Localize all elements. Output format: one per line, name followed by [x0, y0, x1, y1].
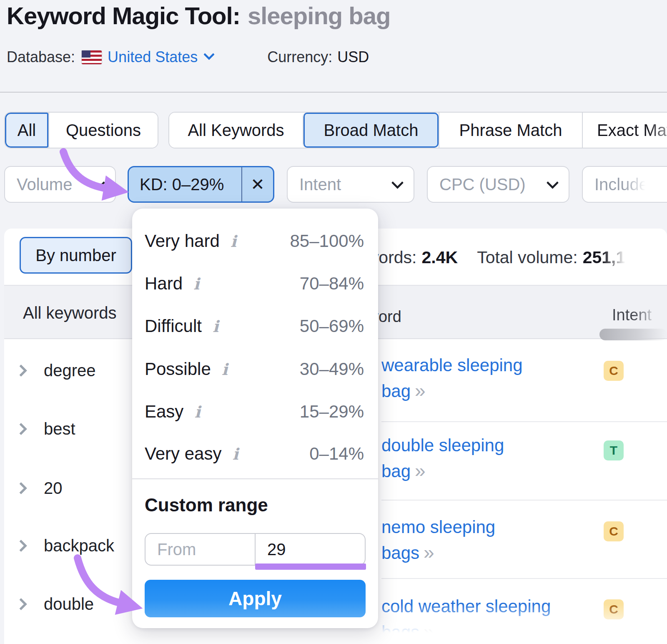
keyword-link[interactable]: nemo sleeping bags — [381, 517, 495, 563]
keyword-link[interactable]: double sleeping bag — [381, 435, 504, 481]
chevron-down-icon — [203, 49, 215, 60]
database-row: Database: United States Currency: USD — [7, 48, 369, 66]
kd-filter-chip[interactable]: KD: 0–29% ✕ — [128, 166, 274, 203]
database-select[interactable]: United States — [108, 48, 213, 66]
tab-phrase-match[interactable]: Phrase Match — [439, 113, 582, 148]
intent-badge: C — [604, 599, 624, 619]
intent-column-header: Intent — [612, 306, 652, 324]
custom-range-heading: Custom range — [145, 495, 268, 516]
row-divider — [381, 500, 667, 501]
sidebar-item-label: best — [44, 420, 75, 438]
tab-all-keywords[interactable]: All Keywords — [169, 113, 303, 148]
page-title-label: Keyword Magic Tool: — [7, 2, 240, 29]
cpc-filter[interactable]: CPC (USD) — [427, 166, 569, 203]
kd-option-range: 70–84% — [300, 274, 364, 294]
database-value: United States — [108, 48, 198, 66]
input-highlight-underline — [255, 564, 366, 570]
kd-option-label: Difficult — [145, 316, 202, 336]
tab-broad-match[interactable]: Broad Match — [303, 113, 439, 148]
info-icon[interactable]: i — [193, 274, 199, 293]
kd-filter-label: KD: 0–29% — [129, 175, 224, 194]
page-title: Keyword Magic Tool:sleeping bag — [7, 2, 390, 30]
chevron-right-icon — [15, 598, 28, 611]
keywords-stat-value: 2.4K — [422, 248, 458, 267]
chevron-right-icon — [15, 423, 28, 435]
from-field-cell — [145, 534, 255, 565]
row-divider — [381, 421, 667, 422]
by-number-button[interactable]: By number — [20, 237, 132, 274]
chevron-down-icon — [93, 176, 105, 189]
keyword-link[interactable]: wearable sleeping bag — [381, 355, 523, 401]
kd-option-very-easy[interactable]: Very easy i 0–14% — [145, 443, 364, 464]
tab-exact-match[interactable]: Exact Match — [582, 113, 667, 148]
sidebar-item-label: 20 — [44, 479, 63, 498]
intent-badge: C — [604, 521, 624, 541]
kd-option-hard[interactable]: Hard i 70–84% — [145, 273, 364, 294]
volume-filter[interactable]: Volume — [4, 166, 116, 203]
kd-option-easy[interactable]: Easy i 15–29% — [145, 401, 364, 422]
dropdown-divider — [132, 478, 378, 479]
kd-option-difficult[interactable]: Difficult i 50–69% — [145, 316, 364, 337]
table-row: double sleeping bag» — [381, 433, 552, 484]
sidebar-item-best[interactable]: best — [17, 420, 75, 438]
from-input[interactable] — [145, 540, 255, 559]
to-field-cell — [255, 534, 365, 565]
custom-range-inputs — [145, 533, 366, 566]
sidebar-item-backpack[interactable]: backpack — [17, 536, 114, 555]
keyword-link[interactable]: cold weather sleeping bags — [381, 596, 551, 642]
chevron-right-icon — [15, 482, 28, 495]
chevron-right-icon — [15, 540, 28, 552]
info-icon[interactable]: i — [222, 360, 228, 379]
intent-filter[interactable]: Intent — [287, 166, 414, 203]
apply-button[interactable]: Apply — [145, 580, 366, 617]
to-input[interactable] — [256, 540, 365, 559]
sidebar-item-label: double — [44, 595, 94, 614]
scope-tab-group: All Questions — [4, 112, 158, 148]
info-icon[interactable]: i — [213, 317, 218, 336]
include-filter[interactable]: Include — [582, 166, 667, 203]
sidebar-item-label: backpack — [44, 536, 114, 555]
volume-stat-value: 251,1 — [583, 248, 626, 267]
page-title-query: sleeping bag — [248, 2, 391, 29]
sidebar-item-degree[interactable]: degree — [17, 361, 96, 380]
tab-all[interactable]: All — [5, 113, 48, 148]
volume-filter-label: Volume — [17, 175, 72, 194]
kd-option-range: 15–29% — [300, 402, 364, 422]
info-icon[interactable]: i — [194, 402, 200, 421]
double-chevron-icon[interactable]: » — [424, 541, 434, 563]
sidebar-item-20[interactable]: 20 — [17, 479, 63, 498]
kd-option-very-hard[interactable]: Very hard i 85–100% — [145, 231, 364, 252]
match-tab-group: All Keywords Broad Match Phrase Match Ex… — [168, 112, 667, 148]
chevron-right-icon — [15, 365, 28, 377]
sidebar-item-double[interactable]: double — [17, 595, 94, 614]
intent-filter-label: Intent — [299, 175, 341, 194]
kd-option-range: 50–69% — [300, 316, 364, 336]
header-divider — [0, 92, 667, 93]
info-icon[interactable]: i — [231, 232, 236, 251]
table-row: nemo sleeping bags» — [381, 515, 552, 566]
intent-badge: C — [604, 361, 624, 381]
kd-option-label: Easy — [145, 402, 183, 422]
sidebar-header: All keywords — [23, 304, 117, 322]
horizontal-scrollbar[interactable] — [599, 329, 667, 340]
double-chevron-icon[interactable]: » — [415, 380, 426, 401]
chevron-down-icon — [547, 176, 559, 189]
double-chevron-icon[interactable]: » — [415, 460, 426, 481]
kd-option-label: Possible — [145, 359, 211, 379]
tab-questions[interactable]: Questions — [48, 113, 158, 148]
table-row: cold weather sleeping bags» — [381, 594, 552, 644]
chevron-down-icon — [391, 176, 404, 189]
kd-option-label: Very easy — [145, 444, 221, 464]
kd-option-range: 85–100% — [290, 231, 364, 251]
tab-exact-match-label: Exact Match — [597, 121, 667, 140]
row-divider — [381, 578, 667, 579]
kd-option-possible[interactable]: Possible i 30–49% — [145, 359, 364, 380]
intent-badge: T — [604, 440, 624, 460]
us-flag-icon — [82, 50, 102, 64]
currency-label: Currency: — [267, 48, 332, 66]
close-icon[interactable]: ✕ — [242, 167, 273, 201]
table-row: wearable sleeping bag» — [381, 353, 552, 404]
double-chevron-icon[interactable]: » — [424, 621, 434, 642]
info-icon[interactable]: i — [232, 445, 238, 463]
kd-option-range: 0–14% — [309, 444, 364, 464]
